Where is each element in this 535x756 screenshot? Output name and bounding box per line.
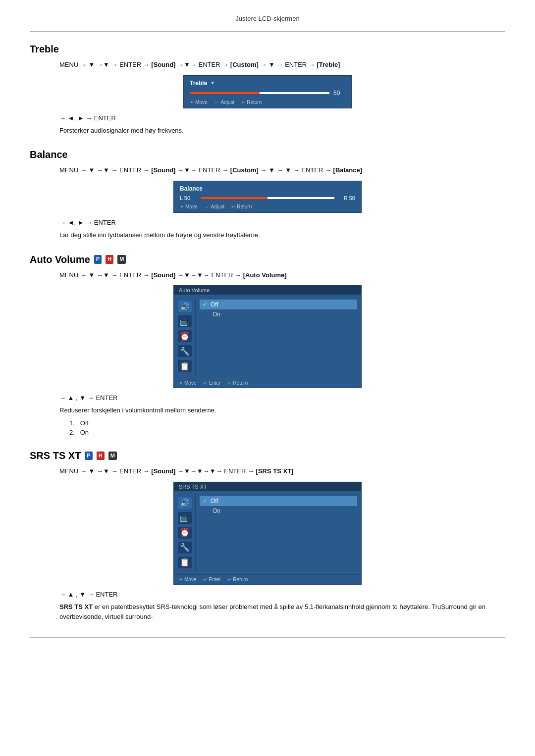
treble-move-label: ✦ Move (190, 100, 207, 105)
auto-volume-item-off[interactable]: ✔ Off (200, 300, 357, 309)
balance-section: Balance MENU → ▼ →▼ → ENTER → [Sound] →▼… (30, 149, 505, 240)
balance-label: Balance (180, 185, 203, 192)
treble-return-label: ↩ Return (241, 100, 262, 105)
srs-description-text: er en patentbeskyttet SRS-teknologi som … (59, 603, 485, 621)
auto-volume-box-header: Auto Volume (174, 286, 361, 295)
auto-volume-sidebar: 🔊 📺 ⏰ 🔧 📋 (174, 298, 196, 375)
srs-menu-body: 🔊 📺 ⏰ 🔧 📋 (174, 491, 361, 574)
balance-box-footer: ✦ Move ↔ Adjust ↩ Return (180, 204, 355, 209)
treble-label: Treble (190, 80, 207, 87)
page-footer (30, 637, 505, 643)
auto-volume-ui-box: Auto Volume 🔊 📺 ⏰ 🔧 (173, 285, 362, 388)
balance-ui-box-container: Balance L 50 R 50 ✦ Move ↔ Adjust ↩ Retu… (30, 181, 505, 213)
balance-slider-track[interactable] (201, 197, 334, 199)
auto-volume-move: ✦ Move (179, 380, 196, 386)
srs-ts-xt-section: SRS TS XT P H M MENU → ▼ →▼ → ENTER → [S… (30, 450, 505, 622)
srs-item-off[interactable]: ✔ Off (200, 496, 357, 506)
auto-volume-menu-content: ✔ Off On (196, 298, 361, 375)
srs-item-on[interactable]: On (200, 506, 357, 516)
srs-check-off: ✔ (203, 498, 208, 504)
srs-icon-2: 📺 (178, 512, 192, 524)
srs-move: ✦ Move (179, 577, 196, 582)
auto-volume-badge-m: M (117, 255, 126, 263)
auto-volume-section: Auto Volume P H M MENU → ▼ →▼ → ENTER → … (30, 254, 505, 436)
auto-volume-list-off: 1. Off (69, 419, 505, 427)
srs-icon-3: ⏰ (178, 527, 192, 539)
balance-left-label: L 50 (180, 195, 198, 201)
balance-nav: → ◄, ► → ENTER (59, 219, 505, 226)
auto-volume-badge-p: P (94, 255, 102, 263)
treble-slider-fill (190, 92, 260, 94)
balance-description: Lar deg stille inn lydbalansen mellom de… (59, 230, 505, 240)
srs-badge-h: H (97, 452, 105, 460)
treble-box-title: Treble ▼ (190, 80, 345, 87)
balance-title: Balance (30, 149, 505, 160)
auto-volume-badge-h: H (106, 255, 113, 263)
auto-volume-enter: ↵ Enter (203, 380, 220, 386)
srs-box-footer: ✦ Move ↵ Enter ↩ Return (174, 574, 361, 584)
auto-volume-item-on[interactable]: On (200, 309, 357, 319)
srs-menu-path: MENU → ▼ →▼ → ENTER → [Sound] →▼→▼→▼→ EN… (59, 466, 505, 477)
auto-volume-icon-2: 📺 (178, 315, 192, 327)
srs-sidebar: 🔊 📺 ⏰ 🔧 📋 (174, 494, 196, 571)
auto-volume-list-on: 2. On (69, 429, 505, 436)
auto-volume-icon-5: 📋 (178, 360, 192, 372)
srs-description-bold: SRS TS XT (59, 603, 93, 610)
auto-volume-icon-1: 🔊 (178, 301, 192, 312)
auto-volume-menu-path: MENU → ▼ →▼ → ENTER → [Sound] →▼→▼→ ENTE… (59, 270, 505, 281)
page-title: Justere LCD-skjermen (235, 15, 299, 22)
balance-box-title: Balance (180, 185, 355, 192)
treble-down-arrow: ▼ (210, 80, 215, 86)
balance-adjust-label: ↔ Adjust (204, 204, 224, 209)
balance-menu-path: MENU → ▼ →▼ → ENTER → [Sound] →▼→ ENTER … (59, 165, 505, 176)
balance-ui-box: Balance L 50 R 50 ✦ Move ↔ Adjust ↩ Retu… (173, 181, 362, 213)
auto-volume-icon-4: 🔧 (178, 345, 192, 357)
balance-move-label: ✦ Move (180, 204, 197, 209)
treble-nav: → ◄, ► → ENTER (59, 114, 505, 122)
treble-title: Treble (30, 44, 505, 55)
srs-badge-m: M (108, 452, 117, 460)
srs-return: ↩ Return (227, 577, 248, 582)
srs-ts-xt-label: SRS TS XT (30, 450, 81, 461)
srs-enter: ↵ Enter (203, 577, 220, 582)
treble-slider-row: 50 (190, 90, 345, 97)
page-header: Justere LCD-skjermen (30, 10, 505, 32)
srs-badge-p: P (85, 452, 92, 460)
srs-on-label: On (213, 507, 220, 514)
auto-volume-description: Reduserer forskjellen i volumkontroll me… (59, 405, 505, 415)
treble-ui-box-container: Treble ▼ 50 ✦ Move ↔ Adjust ↩ Return (30, 75, 505, 108)
balance-slider-row: L 50 R 50 (180, 195, 355, 201)
treble-section: Treble MENU → ▼ →▼ → ENTER → [Sound] →▼→… (30, 44, 505, 135)
srs-icon-4: 🔧 (178, 542, 192, 554)
srs-menu-content: ✔ Off On (196, 494, 361, 571)
treble-slider-track[interactable] (190, 92, 329, 94)
srs-ui-box: SRS TS XT 🔊 📺 ⏰ 🔧 (173, 482, 362, 585)
auto-volume-nav: → ▲ , ▼ → ENTER (59, 394, 505, 402)
srs-ui-box-container: SRS TS XT 🔊 📺 ⏰ 🔧 (30, 482, 505, 585)
auto-volume-ui-box-container: Auto Volume 🔊 📺 ⏰ 🔧 (30, 285, 505, 388)
auto-volume-box-footer: ✦ Move ↵ Enter ↩ Return (174, 378, 361, 388)
balance-slider-fill (201, 197, 268, 199)
auto-volume-label: Auto Volume (30, 254, 90, 265)
srs-ts-xt-title: SRS TS XT P H M (30, 450, 505, 461)
treble-ui-box: Treble ▼ 50 ✦ Move ↔ Adjust ↩ Return (183, 75, 352, 108)
auto-volume-menu-body: 🔊 📺 ⏰ 🔧 📋 (174, 295, 361, 378)
srs-off-label: Off (211, 498, 218, 504)
treble-description: Forsterker audiosignaler med høy frekven… (59, 126, 505, 136)
auto-volume-off-label: Off (211, 301, 218, 308)
treble-box-footer: ✦ Move ↔ Adjust ↩ Return (190, 100, 345, 105)
auto-volume-title: Auto Volume P H M (30, 254, 505, 265)
auto-volume-check-off: ✔ (203, 301, 208, 308)
srs-icon-1: 🔊 (178, 497, 192, 509)
srs-description: SRS TS XT er en patentbeskyttet SRS-tekn… (59, 602, 505, 623)
auto-volume-return: ↩ Return (227, 380, 248, 386)
balance-right-label: R 50 (337, 195, 355, 201)
srs-box-header: SRS TS XT (174, 482, 361, 491)
balance-return-label: ↩ Return (231, 204, 252, 209)
auto-volume-icon-3: ⏰ (178, 330, 192, 342)
treble-adjust-label: ↔ Adjust (214, 100, 234, 105)
srs-icon-5: 📋 (178, 556, 192, 568)
treble-value: 50 (333, 90, 345, 97)
auto-volume-on-label: On (213, 311, 220, 318)
treble-menu-path: MENU → ▼ →▼ → ENTER → [Sound] →▼→ ENTER … (59, 60, 505, 70)
